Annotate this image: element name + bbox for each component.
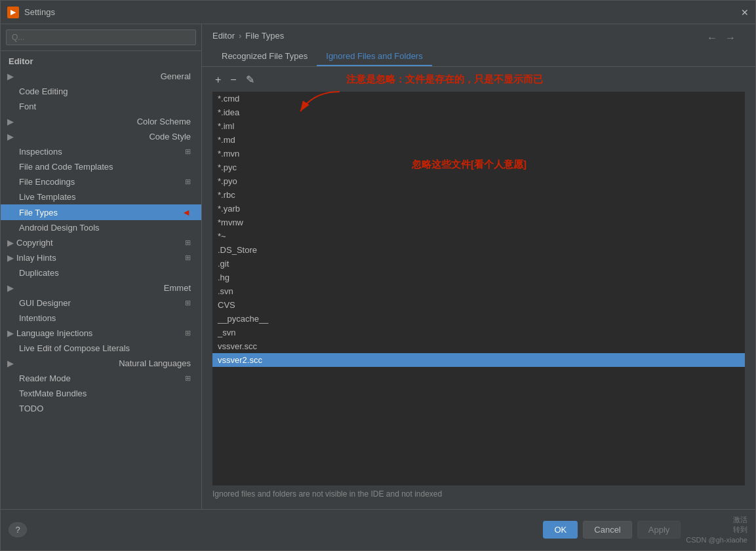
list-item[interactable]: vssver.scc — [212, 339, 745, 353]
list-item[interactable]: *mvnw — [212, 216, 745, 229]
list-item[interactable]: vssver2.scc — [212, 353, 745, 367]
settings-window: ▶ Settings ✕ Editor ▶ General Code Editi… — [0, 0, 756, 551]
cancel-button[interactable]: Cancel — [583, 521, 631, 539]
list-item[interactable]: _svn — [212, 326, 745, 339]
list-item[interactable]: .git — [212, 257, 745, 271]
expand-arrow-natural-languages: ▶ — [7, 358, 14, 368]
list-item[interactable]: .hg — [212, 271, 745, 284]
breadcrumb-current: File Types — [245, 31, 284, 41]
gui-designer-icon: ⊞ — [185, 299, 191, 307]
sidebar-item-label: Font — [19, 102, 36, 111]
close-button[interactable]: ✕ — [741, 7, 749, 18]
list-item[interactable]: *.mvn — [212, 147, 745, 161]
list-item[interactable]: .DS_Store — [212, 243, 745, 257]
sidebar-item-intentions[interactable]: Intentions — [1, 311, 201, 326]
sidebar-item-label: File Encodings — [19, 177, 75, 187]
expand-arrow-color-scheme: ▶ — [7, 117, 14, 126]
sidebar-item-natural-languages[interactable]: ▶ Natural Languages — [1, 356, 201, 371]
list-item[interactable]: *.idea — [212, 105, 745, 119]
expand-arrow-inlay-hints: ▶ — [7, 253, 14, 263]
sidebar-item-code-editing[interactable]: Code Editing — [1, 84, 201, 99]
apply-button[interactable]: Apply — [637, 521, 681, 539]
file-list[interactable]: *.cmd*.idea*.iml*.md*.mvn*.pyc*.pyo*.rbc… — [212, 92, 745, 485]
sidebar-item-label: Emmet — [164, 283, 191, 293]
sidebar-item-copyright[interactable]: ▶ Copyright ⊞ — [1, 235, 201, 250]
sidebar-item-inspections[interactable]: Inspections ⊞ — [1, 144, 201, 159]
list-item[interactable]: *.iml — [212, 119, 745, 133]
list-item[interactable]: *.pyc — [212, 161, 745, 174]
status-bar: Ignored files and folders are not visibl… — [212, 485, 745, 503]
sidebar-item-label: Code Style — [149, 132, 191, 142]
list-item[interactable]: *.yarb — [212, 202, 745, 216]
footer: ? OK Cancel Apply 激活 转到 CSDN @gh-xiaohe — [1, 509, 755, 550]
sidebar-item-emmet[interactable]: ▶ Emmet — [1, 280, 201, 295]
sidebar-item-file-types[interactable]: File Types ◄ — [1, 204, 201, 220]
sidebar-item-textmate-bundles[interactable]: TextMate Bundles — [1, 386, 201, 401]
watermark: 激活 转到 CSDN @gh-xiaohe — [686, 515, 747, 545]
sidebar-item-gui-designer[interactable]: GUI Designer ⊞ — [1, 295, 201, 311]
sidebar-item-label: Color Scheme — [137, 117, 191, 126]
sidebar-item-todo[interactable]: TODO — [1, 401, 201, 416]
edit-button[interactable]: ✎ — [243, 73, 257, 86]
sidebar-item-label: Inspections — [19, 147, 62, 157]
sidebar-item-label: TextMate Bundles — [19, 389, 87, 398]
sidebar-item-label: Language Injections — [16, 328, 92, 338]
add-button[interactable]: + — [212, 73, 224, 86]
sidebar-item-font[interactable]: Font — [1, 99, 201, 114]
tab-ignored[interactable]: Ignored Files and Folders — [317, 47, 431, 66]
file-types-arrow: ◄ — [182, 207, 191, 218]
search-input[interactable] — [6, 29, 196, 45]
help-button[interactable]: ? — [9, 522, 27, 537]
breadcrumb-parent: Editor — [212, 31, 235, 41]
inspections-icon: ⊞ — [185, 147, 191, 156]
sidebar-item-file-encodings[interactable]: File Encodings ⊞ — [1, 174, 201, 189]
ok-button[interactable]: OK — [543, 521, 578, 539]
nav-forward-button[interactable]: → — [723, 31, 738, 45]
nav-back-button[interactable]: ← — [704, 31, 720, 45]
sidebar-item-reader-mode[interactable]: Reader Mode ⊞ — [1, 371, 201, 386]
breadcrumb-separator: › — [239, 31, 241, 41]
sidebar-item-live-edit-compose[interactable]: Live Edit of Compose Literals — [1, 341, 201, 356]
expand-arrow-code-style: ▶ — [7, 132, 14, 142]
file-encodings-icon: ⊞ — [185, 178, 191, 186]
list-item[interactable]: .svn — [212, 284, 745, 298]
sidebar-item-general[interactable]: ▶ General — [1, 69, 201, 84]
sidebar-item-android-design-tools[interactable]: Android Design Tools — [1, 220, 201, 235]
header-row: Editor › File Types ← → — [212, 31, 745, 47]
sidebar-item-file-code-templates[interactable]: File and Code Templates — [1, 159, 201, 174]
sidebar-item-label: Live Templates — [19, 192, 75, 202]
tabs: Recognized File Types Ignored Files and … — [212, 47, 745, 66]
tab-recognized[interactable]: Recognized File Types — [212, 47, 317, 66]
watermark-line2: 转到 — [686, 525, 747, 535]
sidebar-item-label: Intentions — [19, 313, 56, 323]
list-item[interactable]: CVS — [212, 298, 745, 312]
window-title: Settings — [24, 7, 741, 17]
sidebar-item-label: Inlay Hints — [16, 253, 56, 263]
sidebar-item-inlay-hints[interactable]: ▶ Inlay Hints ⊞ — [1, 250, 201, 265]
watermark-line3: CSDN @gh-xiaohe — [686, 535, 747, 545]
list-item[interactable]: *.cmd — [212, 92, 745, 105]
sidebar-item-label: Code Editing — [19, 86, 68, 96]
list-item[interactable]: *~ — [212, 229, 745, 243]
sidebar-item-label: Natural Languages — [119, 358, 191, 368]
status-text: Ignored files and folders are not visibl… — [212, 489, 442, 499]
sidebar-item-language-injections[interactable]: ▶ Language Injections ⊞ — [1, 326, 201, 341]
list-item[interactable]: *.pyo — [212, 174, 745, 188]
sidebar-item-color-scheme[interactable]: ▶ Color Scheme — [1, 114, 201, 129]
expand-arrow-emmet: ▶ — [7, 283, 14, 293]
watermark-line1: 激活 — [686, 515, 747, 525]
lang-injections-icon: ⊞ — [185, 329, 191, 337]
list-item[interactable]: *.rbc — [212, 188, 745, 202]
sidebar-section-editor: Editor — [1, 54, 201, 69]
main-header: Editor › File Types ← → Recognized File … — [202, 24, 755, 67]
main-content: Editor ▶ General Code Editing Font ▶ Col — [1, 24, 755, 509]
list-item[interactable]: *.md — [212, 133, 745, 147]
sidebar-item-code-style[interactable]: ▶ Code Style — [1, 129, 201, 144]
sidebar-item-live-templates[interactable]: Live Templates — [1, 189, 201, 204]
app-icon: ▶ — [7, 7, 19, 18]
remove-button[interactable]: − — [228, 73, 239, 86]
main-panel: Editor › File Types ← → Recognized File … — [202, 24, 755, 509]
list-item[interactable]: __pycache__ — [212, 312, 745, 326]
copyright-icon: ⊞ — [185, 238, 191, 247]
sidebar-item-duplicates[interactable]: Duplicates — [1, 265, 201, 280]
